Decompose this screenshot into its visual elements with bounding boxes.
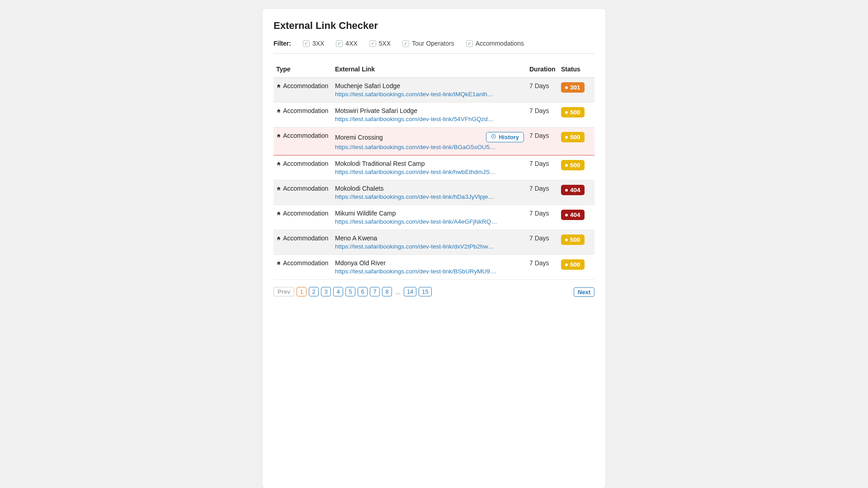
page-next[interactable]: Next	[574, 287, 594, 297]
link-cell: Mdonya Old Riverhttps://test.safaribooki…	[332, 255, 527, 280]
link-cell: Muchenje Safari Lodgehttps://test.safari…	[332, 78, 527, 103]
link-name: Moremi Crossing	[335, 134, 383, 141]
status-badge: 500	[561, 107, 585, 117]
status-badge: 301	[561, 82, 585, 93]
status-badge: 500	[561, 160, 585, 170]
type-label: Accommodation	[283, 160, 328, 167]
page-ellipsis: ...	[394, 288, 401, 296]
page-number[interactable]: 5	[345, 287, 355, 296]
filter-checkbox[interactable]: ✓Accommodations	[466, 40, 524, 47]
col-type: Type	[274, 62, 332, 78]
type-cell: Accommodation	[274, 127, 332, 155]
table-row: AccommodationMoremi CrossingHistoryhttps…	[274, 127, 594, 155]
history-button[interactable]: History	[486, 132, 524, 142]
page-title: External Link Checker	[274, 20, 594, 32]
external-link-url[interactable]: https://test.safaribookings.com/dev-test…	[335, 116, 498, 122]
pagination: Prev12345678...1415 Next	[274, 287, 594, 296]
external-link-url[interactable]: https://test.safaribookings.com/dev-test…	[335, 169, 498, 175]
status-code: 500	[570, 236, 580, 243]
page-number[interactable]: 15	[419, 287, 431, 296]
status-dot-icon	[565, 189, 568, 192]
link-cell: Motswiri Private Safari Lodgehttps://tes…	[332, 103, 527, 127]
col-link: External Link	[332, 62, 527, 78]
page-number[interactable]: 7	[370, 287, 380, 296]
status-cell: 404	[558, 180, 594, 205]
accommodation-icon	[276, 132, 281, 137]
filter-checkbox[interactable]: ✓Tour Operators	[402, 40, 454, 47]
table-row: AccommodationMokolodi Chaletshttps://tes…	[274, 180, 594, 205]
link-name: Motswiri Private Safari Lodge	[335, 107, 417, 114]
external-link-url[interactable]: https://test.safaribookings.com/dev-test…	[335, 193, 498, 200]
type-label: Accommodation	[283, 107, 328, 114]
accommodation-icon	[276, 185, 281, 190]
links-table: Type External Link Duration Status Accom…	[274, 62, 594, 280]
type-cell: Accommodation	[274, 205, 332, 230]
page-number[interactable]: 6	[358, 287, 368, 296]
status-badge: 404	[561, 185, 585, 195]
duration-cell: 7 Days	[527, 255, 558, 280]
col-status: Status	[558, 62, 594, 78]
link-name: Mdonya Old River	[335, 259, 386, 267]
duration-cell: 7 Days	[527, 103, 558, 127]
page-number[interactable]: 4	[333, 287, 343, 296]
external-link-url[interactable]: https://test.safaribookings.com/dev-test…	[335, 91, 498, 98]
accommodation-icon	[276, 108, 281, 113]
external-link-url[interactable]: https://test.safaribookings.com/dev-test…	[335, 243, 498, 250]
duration-cell: 7 Days	[527, 155, 558, 180]
external-link-url[interactable]: https://test.safaribookings.com/dev-test…	[335, 218, 498, 225]
status-dot-icon	[565, 214, 568, 216]
link-cell: Meno A Kwenahttps://test.safaribookings.…	[332, 230, 527, 255]
status-badge: 404	[561, 210, 585, 220]
type-label: Accommodation	[283, 132, 328, 139]
link-cell: Moremi CrossingHistoryhttps://test.safar…	[332, 127, 527, 155]
type-label: Accommodation	[283, 259, 328, 267]
table-row: AccommodationMotswiri Private Safari Lod…	[274, 103, 594, 127]
filter-option-label: 5XX	[379, 40, 391, 47]
type-label: Accommodation	[283, 82, 328, 89]
filter-checkbox[interactable]: ✓3XX	[303, 40, 324, 47]
page-number[interactable]: 14	[404, 287, 416, 296]
link-name: Mikumi Wildlife Camp	[335, 210, 396, 217]
status-dot-icon	[565, 136, 568, 139]
external-link-url[interactable]: https://test.safaribookings.com/dev-test…	[335, 144, 498, 150]
status-dot-icon	[565, 86, 568, 89]
check-icon: ✓	[303, 40, 310, 47]
link-name: Muchenje Safari Lodge	[335, 82, 400, 89]
accommodation-icon	[276, 160, 281, 165]
status-badge: 500	[561, 259, 585, 270]
status-dot-icon	[565, 239, 568, 241]
check-icon: ✓	[336, 40, 343, 47]
filter-checkbox[interactable]: ✓5XX	[369, 40, 391, 47]
check-icon: ✓	[466, 40, 473, 47]
status-cell: 500	[558, 103, 594, 127]
duration-cell: 7 Days	[527, 180, 558, 205]
page-prev[interactable]: Prev	[274, 287, 294, 296]
history-icon	[491, 134, 496, 141]
status-code: 500	[570, 261, 580, 268]
page-number[interactable]: 3	[321, 287, 331, 296]
status-code: 404	[570, 187, 580, 193]
type-label: Accommodation	[283, 235, 328, 242]
type-cell: Accommodation	[274, 103, 332, 127]
link-checker-card: External Link Checker Filter: ✓3XX✓4XX✓5…	[263, 9, 605, 488]
table-row: AccommodationMdonya Old Riverhttps://tes…	[274, 255, 594, 280]
status-code: 500	[570, 162, 580, 169]
page-number[interactable]: 1	[297, 287, 307, 296]
external-link-url[interactable]: https://test.safaribookings.com/dev-test…	[335, 268, 498, 275]
table-row: AccommodationMuchenje Safari Lodgehttps:…	[274, 78, 594, 103]
page-number[interactable]: 2	[309, 287, 319, 296]
filter-label: Filter:	[274, 40, 291, 47]
link-name: Mokolodi Chalets	[335, 185, 383, 192]
filter-option-label: Tour Operators	[412, 40, 454, 47]
page-number[interactable]: 8	[382, 287, 392, 296]
type-cell: Accommodation	[274, 255, 332, 280]
duration-cell: 7 Days	[527, 127, 558, 155]
filter-checkbox[interactable]: ✓4XX	[336, 40, 357, 47]
col-duration: Duration	[527, 62, 558, 78]
link-name: Mokolodi Traditional Rest Camp	[335, 160, 425, 167]
type-label: Accommodation	[283, 185, 328, 192]
status-cell: 500	[558, 255, 594, 280]
status-cell: 500	[558, 127, 594, 155]
check-icon: ✓	[369, 40, 376, 47]
duration-cell: 7 Days	[527, 230, 558, 255]
